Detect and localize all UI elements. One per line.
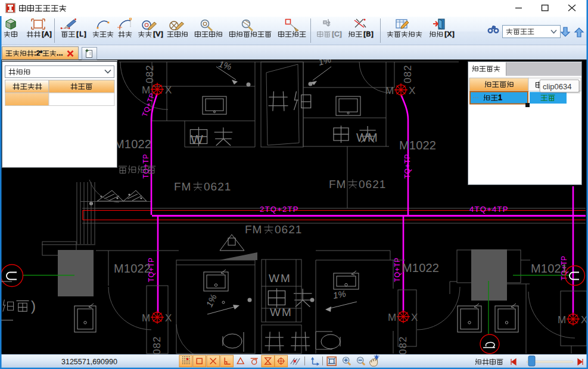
svg-text:M1022: M1022 bbox=[114, 137, 151, 151]
svg-text:*: * bbox=[40, 49, 43, 57]
svg-text:L: L bbox=[79, 30, 83, 37]
svg-text:A: A bbox=[45, 30, 49, 37]
svg-text:082: 082 bbox=[397, 336, 409, 355]
svg-text:clip0634: clip0634 bbox=[543, 82, 571, 91]
svg-text:M: M bbox=[558, 314, 566, 326]
svg-text:M: M bbox=[142, 312, 150, 324]
svg-text:X: X bbox=[409, 85, 415, 96]
svg-text:M1022: M1022 bbox=[402, 261, 439, 274]
svg-text:M: M bbox=[388, 312, 396, 323]
svg-text:M1022: M1022 bbox=[399, 139, 436, 152]
svg-text:V: V bbox=[156, 30, 161, 37]
svg-text:082: 082 bbox=[402, 65, 413, 83]
svg-text:M1021: M1021 bbox=[531, 262, 568, 275]
svg-text:FM: FM bbox=[329, 178, 346, 190]
svg-text:0621: 0621 bbox=[204, 180, 231, 193]
svg-text:3125571,690990: 3125571,690990 bbox=[61, 358, 117, 366]
svg-text:FM: FM bbox=[245, 223, 262, 236]
svg-text:]: ] bbox=[161, 30, 163, 37]
svg-text:TQ+TP: TQ+TP bbox=[393, 257, 402, 282]
svg-text:082: 082 bbox=[151, 336, 163, 355]
svg-text:WM: WM bbox=[269, 272, 291, 284]
svg-text:1: 1 bbox=[498, 93, 502, 102]
svg-text:TQ+TP: TQ+TP bbox=[403, 154, 412, 179]
svg-text:W: W bbox=[191, 132, 203, 147]
svg-text:X: X bbox=[165, 312, 172, 324]
svg-text:FM: FM bbox=[174, 180, 191, 193]
svg-text:M1022: M1022 bbox=[114, 262, 151, 275]
svg-text:]: ] bbox=[340, 30, 342, 37]
svg-text:]: ] bbox=[453, 30, 455, 37]
svg-text:4TQ+4TP: 4TQ+4TP bbox=[469, 205, 509, 214]
svg-text:.: . bbox=[61, 49, 63, 57]
svg-text:B: B bbox=[366, 30, 371, 37]
svg-text:0621: 0621 bbox=[275, 223, 302, 236]
svg-text:]: ] bbox=[85, 30, 86, 37]
svg-text:M: M bbox=[142, 85, 150, 96]
svg-text:X: X bbox=[411, 312, 418, 323]
svg-text:X: X bbox=[165, 85, 172, 96]
svg-text:2TQ+2TP: 2TQ+2TP bbox=[260, 205, 299, 214]
svg-text:X: X bbox=[447, 30, 452, 37]
svg-text:]: ] bbox=[50, 30, 52, 37]
svg-text:0621: 0621 bbox=[359, 178, 386, 190]
svg-text:): ) bbox=[31, 298, 36, 314]
svg-text:C: C bbox=[334, 30, 339, 37]
svg-text:082: 082 bbox=[144, 65, 155, 83]
svg-text:M: M bbox=[385, 85, 394, 96]
svg-text:]: ] bbox=[372, 30, 374, 37]
svg-text:WM: WM bbox=[270, 306, 293, 318]
svg-text:WM: WM bbox=[356, 131, 378, 144]
